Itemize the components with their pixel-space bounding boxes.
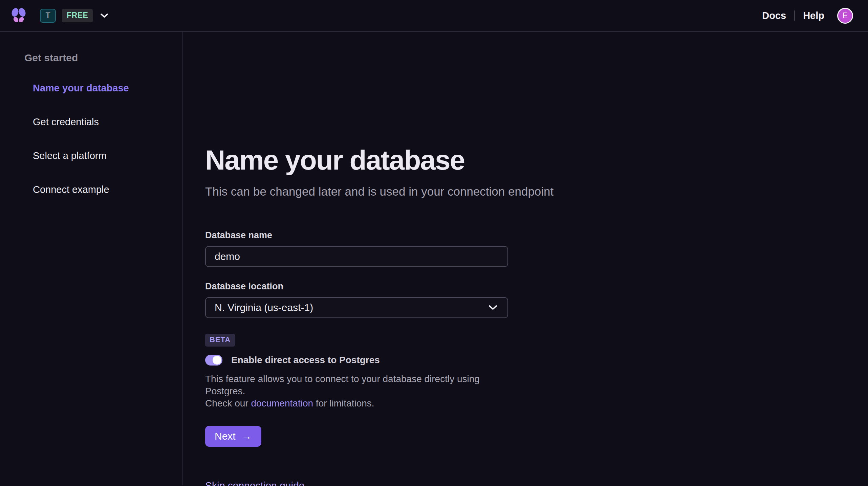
docs-link[interactable]: Docs (762, 10, 786, 21)
org-initial: T (45, 11, 50, 20)
database-form: Database name Database location N. Virgi… (205, 230, 508, 486)
topbar: T FREE Docs Help E (0, 0, 868, 32)
database-location-value: N. Virginia (us-east-1) (215, 302, 313, 313)
avatar-initial: E (843, 11, 848, 20)
help-link[interactable]: Help (803, 10, 824, 21)
page-body: Get started Name your database Get crede… (0, 32, 868, 485)
database-location-select[interactable]: N. Virginia (us-east-1) (205, 297, 508, 318)
onboarding-sidebar: Get started Name your database Get crede… (0, 32, 183, 485)
butterfly-logo[interactable] (11, 8, 26, 23)
feature-description-line1: This feature allows you to connect to yo… (205, 374, 480, 396)
step-list: Name your database Get credentials Selec… (24, 83, 182, 195)
plan-badge[interactable]: FREE (62, 9, 93, 22)
page-subtitle: This can be changed later and is used in… (205, 185, 868, 198)
postgres-toggle-label: Enable direct access to Postgres (231, 355, 380, 366)
feature-description-suffix: for limitations. (313, 398, 374, 408)
main-content: Name your database This can be changed l… (183, 32, 868, 485)
next-button[interactable]: Next → (205, 426, 261, 447)
database-name-label: Database name (205, 230, 508, 241)
sidebar-item-select-a-platform[interactable]: Select a platform (33, 150, 182, 161)
page-title: Name your database (205, 32, 868, 175)
org-switcher-chevron[interactable] (100, 13, 108, 18)
chevron-down-icon (100, 13, 108, 18)
feature-description-prefix: Check our (205, 398, 251, 408)
sidebar-heading: Get started (24, 52, 182, 64)
sidebar-item-connect-example[interactable]: Connect example (33, 184, 182, 195)
feature-description: This feature allows you to connect to yo… (205, 373, 508, 410)
chevron-down-icon (489, 305, 497, 310)
database-location-label: Database location (205, 281, 508, 292)
sidebar-item-get-credentials[interactable]: Get credentials (33, 116, 182, 128)
user-avatar[interactable]: E (837, 8, 853, 24)
skip-connection-guide-link[interactable]: Skip connection guide (205, 480, 305, 486)
database-name-input[interactable] (205, 246, 508, 267)
org-initial-badge[interactable]: T (40, 9, 56, 23)
topbar-divider (794, 10, 795, 21)
arrow-right-icon: → (242, 431, 252, 441)
postgres-access-toggle[interactable] (205, 355, 222, 366)
documentation-link[interactable]: documentation (251, 398, 313, 408)
sidebar-item-name-your-database[interactable]: Name your database (33, 83, 182, 94)
beta-badge: BETA (205, 334, 235, 347)
toggle-knob (213, 356, 221, 364)
postgres-toggle-row: Enable direct access to Postgres (205, 355, 508, 366)
next-button-label: Next (215, 430, 236, 442)
